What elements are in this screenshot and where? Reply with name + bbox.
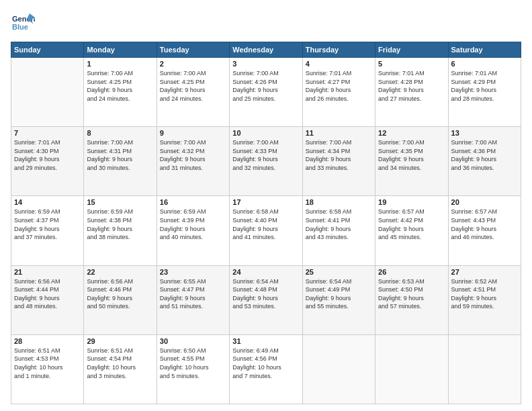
day-info: Sunrise: 7:00 AMSunset: 4:31 PMDaylight:…: [87, 138, 153, 172]
day-number: 24: [232, 268, 299, 276]
day-info: Sunrise: 6:54 AMSunset: 4:49 PMDaylight:…: [306, 277, 372, 311]
day-info: Sunrise: 7:01 AMSunset: 4:28 PMDaylight:…: [378, 69, 445, 103]
day-number: 13: [451, 129, 518, 137]
calendar-cell: 12Sunrise: 7:00 AMSunset: 4:35 PMDayligh…: [375, 127, 448, 196]
header: General Blue: [11, 11, 521, 35]
logo: General Blue: [11, 11, 35, 35]
day-info: Sunrise: 6:58 AMSunset: 4:41 PMDaylight:…: [306, 208, 372, 241]
calendar-cell: [11, 58, 84, 127]
day-number: 28: [14, 337, 81, 345]
day-number: 15: [87, 198, 153, 206]
calendar-cell: 4Sunrise: 7:01 AMSunset: 4:27 PMDaylight…: [302, 58, 375, 127]
day-info: Sunrise: 7:00 AMSunset: 4:32 PMDaylight:…: [160, 138, 226, 172]
calendar-cell: 2Sunrise: 7:00 AMSunset: 4:25 PMDaylight…: [157, 58, 229, 127]
day-info: Sunrise: 6:55 AMSunset: 4:47 PMDaylight:…: [160, 277, 226, 311]
day-number: 9: [160, 129, 226, 137]
calendar-cell: 27Sunrise: 6:52 AMSunset: 4:51 PMDayligh…: [448, 265, 521, 334]
day-info: Sunrise: 7:00 AMSunset: 4:35 PMDaylight:…: [378, 138, 445, 172]
calendar-week-row: 28Sunrise: 6:51 AMSunset: 4:53 PMDayligh…: [11, 334, 521, 404]
day-number: 3: [232, 60, 299, 68]
day-info: Sunrise: 6:49 AMSunset: 4:56 PMDaylight:…: [232, 347, 299, 380]
day-number: 22: [87, 268, 153, 276]
day-number: 5: [378, 60, 445, 68]
day-number: 21: [14, 268, 81, 276]
day-number: 6: [451, 60, 518, 68]
calendar-week-row: 14Sunrise: 6:59 AMSunset: 4:37 PMDayligh…: [11, 196, 521, 265]
calendar-cell: 18Sunrise: 6:58 AMSunset: 4:41 PMDayligh…: [302, 196, 375, 265]
calendar-cell: 9Sunrise: 7:00 AMSunset: 4:32 PMDaylight…: [157, 127, 229, 196]
svg-text:Blue: Blue: [12, 23, 28, 31]
calendar-cell: 5Sunrise: 7:01 AMSunset: 4:28 PMDaylight…: [375, 58, 448, 127]
calendar-cell: 24Sunrise: 6:54 AMSunset: 4:48 PMDayligh…: [230, 265, 302, 334]
day-number: 14: [14, 198, 81, 206]
calendar-cell: 14Sunrise: 6:59 AMSunset: 4:37 PMDayligh…: [11, 196, 84, 265]
day-number: 2: [160, 60, 226, 68]
day-number: 7: [14, 129, 81, 137]
day-info: Sunrise: 7:01 AMSunset: 4:29 PMDaylight:…: [451, 69, 518, 103]
weekday-header-saturday: Saturday: [448, 42, 521, 58]
weekday-header-wednesday: Wednesday: [230, 42, 302, 58]
day-info: Sunrise: 6:53 AMSunset: 4:50 PMDaylight:…: [378, 277, 445, 311]
day-number: 25: [306, 268, 372, 276]
calendar-cell: 13Sunrise: 7:00 AMSunset: 4:36 PMDayligh…: [448, 127, 521, 196]
day-info: Sunrise: 7:00 AMSunset: 4:26 PMDaylight:…: [232, 69, 299, 103]
day-info: Sunrise: 6:59 AMSunset: 4:39 PMDaylight:…: [160, 208, 226, 241]
day-info: Sunrise: 6:57 AMSunset: 4:42 PMDaylight:…: [378, 208, 445, 241]
day-number: 29: [87, 337, 153, 345]
day-number: 26: [378, 268, 445, 276]
day-info: Sunrise: 6:54 AMSunset: 4:48 PMDaylight:…: [232, 277, 299, 311]
calendar-cell: 1Sunrise: 7:00 AMSunset: 4:25 PMDaylight…: [84, 58, 157, 127]
day-info: Sunrise: 6:59 AMSunset: 4:38 PMDaylight:…: [87, 208, 153, 241]
day-number: 1: [87, 60, 153, 68]
day-info: Sunrise: 7:00 AMSunset: 4:25 PMDaylight:…: [87, 69, 153, 103]
day-info: Sunrise: 6:57 AMSunset: 4:43 PMDaylight:…: [451, 208, 518, 241]
logo-icon: General Blue: [11, 11, 35, 35]
calendar-cell: 8Sunrise: 7:00 AMSunset: 4:31 PMDaylight…: [84, 127, 157, 196]
weekday-header-tuesday: Tuesday: [157, 42, 229, 58]
day-number: 30: [160, 337, 226, 345]
day-number: 12: [378, 129, 445, 137]
day-info: Sunrise: 7:00 AMSunset: 4:34 PMDaylight:…: [306, 138, 372, 172]
day-info: Sunrise: 7:01 AMSunset: 4:27 PMDaylight:…: [306, 69, 372, 103]
day-number: 4: [306, 60, 372, 68]
calendar-week-row: 21Sunrise: 6:56 AMSunset: 4:44 PMDayligh…: [11, 265, 521, 334]
day-number: 18: [306, 198, 372, 206]
day-info: Sunrise: 6:51 AMSunset: 4:54 PMDaylight:…: [87, 347, 153, 380]
day-info: Sunrise: 6:56 AMSunset: 4:46 PMDaylight:…: [87, 277, 153, 311]
weekday-header-monday: Monday: [84, 42, 157, 58]
calendar-cell: 28Sunrise: 6:51 AMSunset: 4:53 PMDayligh…: [11, 334, 84, 404]
day-number: 23: [160, 268, 226, 276]
calendar-table: SundayMondayTuesdayWednesdayThursdayFrid…: [11, 42, 521, 404]
day-info: Sunrise: 6:52 AMSunset: 4:51 PMDaylight:…: [451, 277, 518, 311]
calendar-cell: [375, 334, 448, 404]
calendar-cell: 17Sunrise: 6:58 AMSunset: 4:40 PMDayligh…: [230, 196, 302, 265]
calendar-week-row: 7Sunrise: 7:01 AMSunset: 4:30 PMDaylight…: [11, 127, 521, 196]
day-number: 10: [232, 129, 299, 137]
calendar-cell: 30Sunrise: 6:50 AMSunset: 4:55 PMDayligh…: [157, 334, 229, 404]
calendar-week-row: 1Sunrise: 7:00 AMSunset: 4:25 PMDaylight…: [11, 58, 521, 127]
calendar-cell: 21Sunrise: 6:56 AMSunset: 4:44 PMDayligh…: [11, 265, 84, 334]
calendar-cell: 3Sunrise: 7:00 AMSunset: 4:26 PMDaylight…: [230, 58, 302, 127]
day-number: 27: [451, 268, 518, 276]
weekday-header-friday: Friday: [375, 42, 448, 58]
calendar-page: General Blue SundayMondayTuesdayWednesda…: [0, 0, 532, 411]
day-info: Sunrise: 7:00 AMSunset: 4:36 PMDaylight:…: [451, 138, 518, 172]
calendar-cell: 7Sunrise: 7:01 AMSunset: 4:30 PMDaylight…: [11, 127, 84, 196]
day-info: Sunrise: 6:51 AMSunset: 4:53 PMDaylight:…: [14, 347, 81, 380]
weekday-header-thursday: Thursday: [302, 42, 375, 58]
calendar-cell: [302, 334, 375, 404]
day-info: Sunrise: 7:00 AMSunset: 4:33 PMDaylight:…: [232, 138, 299, 172]
calendar-cell: 26Sunrise: 6:53 AMSunset: 4:50 PMDayligh…: [375, 265, 448, 334]
calendar-cell: 25Sunrise: 6:54 AMSunset: 4:49 PMDayligh…: [302, 265, 375, 334]
calendar-cell: 11Sunrise: 7:00 AMSunset: 4:34 PMDayligh…: [302, 127, 375, 196]
weekday-header-row: SundayMondayTuesdayWednesdayThursdayFrid…: [11, 42, 521, 58]
weekday-header-sunday: Sunday: [11, 42, 84, 58]
calendar-cell: 20Sunrise: 6:57 AMSunset: 4:43 PMDayligh…: [448, 196, 521, 265]
calendar-cell: 22Sunrise: 6:56 AMSunset: 4:46 PMDayligh…: [84, 265, 157, 334]
calendar-cell: 10Sunrise: 7:00 AMSunset: 4:33 PMDayligh…: [230, 127, 302, 196]
day-number: 31: [232, 337, 299, 345]
day-number: 19: [378, 198, 445, 206]
calendar-cell: 6Sunrise: 7:01 AMSunset: 4:29 PMDaylight…: [448, 58, 521, 127]
calendar-cell: [448, 334, 521, 404]
day-number: 8: [87, 129, 153, 137]
